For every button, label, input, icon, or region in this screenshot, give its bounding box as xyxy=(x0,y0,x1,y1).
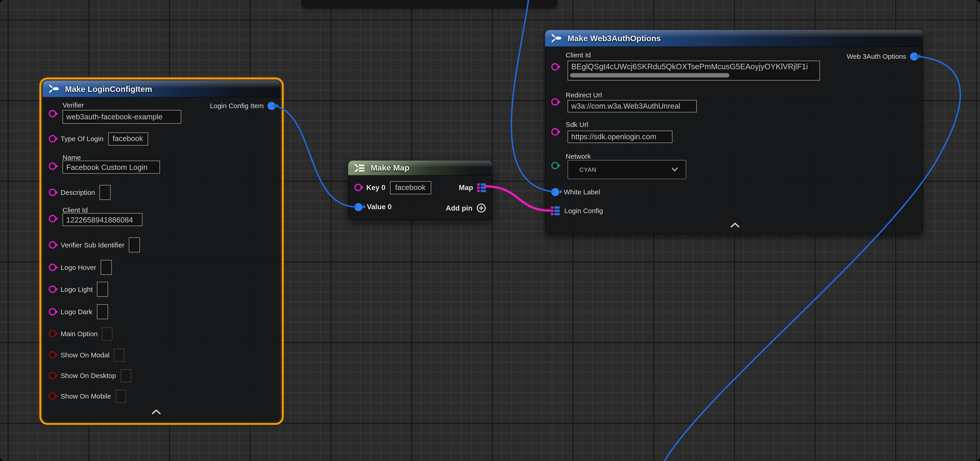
checkbox-main-option[interactable] xyxy=(102,327,113,340)
field-label-verifier-sub-identifier: Verifier Sub Identifier xyxy=(60,241,124,249)
node-header-make-map[interactable]: Make Map xyxy=(348,161,493,176)
pin-show-on-desktop[interactable] xyxy=(49,372,56,379)
dropdown-chevron-icon xyxy=(671,167,678,172)
add-pin-label: Add pin xyxy=(446,204,473,212)
row-logo-dark: Logo Dark xyxy=(49,304,108,320)
client-id-text: BEglQSgt4cUWcj6SKRdu5QkOXTsePmMcusG5EAoy… xyxy=(571,62,808,71)
pin-logo-dark[interactable] xyxy=(49,308,56,316)
output-pin-label-map: Map xyxy=(459,184,473,191)
input-client-id[interactable]: BEglQSgt4cUWcj6SKRdu5QkOXTsePmMcusG5EAoy… xyxy=(568,60,820,81)
node-title: Make Map xyxy=(371,163,409,172)
pin-logo-hover[interactable] xyxy=(49,264,56,271)
pin-white-label[interactable] xyxy=(551,188,560,196)
pin-label-value0: Value 0 xyxy=(367,203,391,211)
pin-map-output[interactable] xyxy=(477,183,486,192)
input-client-id[interactable]: 1222658941886084 xyxy=(62,213,143,226)
network-dropdown-value: CYAN xyxy=(579,166,597,173)
input-key0[interactable]: facebook xyxy=(390,181,431,194)
input-logo-hover[interactable] xyxy=(101,260,112,275)
input-verifier[interactable]: web3auth-facebook-example xyxy=(62,110,181,124)
input-logo-light[interactable] xyxy=(97,282,108,297)
row-show-on-modal: Show On Modal xyxy=(49,347,124,362)
pin-name[interactable] xyxy=(49,162,56,170)
output-row-web3auth-options: Web 3Auth Options xyxy=(847,49,918,64)
pin-label-login-config: Login Config xyxy=(564,207,603,214)
collapse-chevron-icon[interactable] xyxy=(151,409,161,414)
pin-logo-light[interactable] xyxy=(49,286,56,293)
make-map-icon xyxy=(354,163,366,172)
node-make-web3authoptions[interactable]: Make Web3AuthOptions Web 3Auth Options C… xyxy=(545,30,923,234)
input-redirect-url[interactable]: w3a://com.w3a.Web3AuthUnreal xyxy=(568,100,697,113)
pin-client-id[interactable] xyxy=(49,215,56,223)
field-label-verifier: Verifier xyxy=(62,101,84,109)
node-make-map[interactable]: Make Map Key 0 facebook Map Value 0 Add … xyxy=(348,161,493,220)
pin-verifier[interactable] xyxy=(49,110,56,118)
make-struct-icon xyxy=(550,34,563,43)
input-logo-dark[interactable] xyxy=(97,304,108,320)
field-label-network: Network xyxy=(566,153,591,160)
pin-show-on-mobile[interactable] xyxy=(49,393,56,400)
checkbox-show-on-desktop[interactable] xyxy=(120,369,131,382)
pin-label-key0: Key 0 xyxy=(366,184,385,191)
row-type-of-login: Type Of Login facebook xyxy=(49,131,148,146)
input-description[interactable] xyxy=(99,185,110,200)
output-pin-label: Login Config Item xyxy=(210,102,264,109)
pin-login-config-map[interactable] xyxy=(550,206,560,215)
field-label-sdk-url: Sdk Url xyxy=(566,121,589,128)
row-white-label: White Label xyxy=(551,184,600,199)
field-label-logo-light: Logo Light xyxy=(60,286,93,293)
pin-description[interactable] xyxy=(49,189,56,196)
output-row-login-config-item: Login Config Item xyxy=(210,98,275,113)
pin-key0[interactable] xyxy=(354,184,362,191)
make-struct-icon xyxy=(48,84,60,93)
input-type-of-login[interactable]: facebook xyxy=(108,132,148,145)
wire-loginconfigitem-to-value0 xyxy=(272,106,356,207)
field-label-type-of-login: Type Of Login xyxy=(60,135,103,143)
checkbox-show-on-mobile[interactable] xyxy=(116,389,126,402)
pin-redirect-url[interactable] xyxy=(551,98,559,106)
pin-network[interactable] xyxy=(551,162,559,169)
pin-value0[interactable] xyxy=(354,203,363,211)
network-dropdown[interactable]: CYAN xyxy=(568,160,686,179)
row-show-on-mobile: Show On Mobile xyxy=(49,388,126,404)
pin-type-of-login[interactable] xyxy=(49,135,56,143)
output-pin-label: Web 3Auth Options xyxy=(847,52,906,60)
pin-client-id[interactable] xyxy=(551,63,559,71)
pin-web3auth-options-output[interactable] xyxy=(910,52,918,60)
field-horizontal-scrollbar[interactable] xyxy=(570,73,730,78)
checkbox-show-on-modal[interactable] xyxy=(114,348,124,361)
node-header-make-loginconfigitem[interactable]: Make LoginConfigItem xyxy=(43,81,281,97)
row-key0: Key 0 facebook xyxy=(354,180,431,195)
field-label-description: Description xyxy=(60,189,95,196)
node-header-make-web3authoptions[interactable]: Make Web3AuthOptions xyxy=(545,30,923,47)
collapse-chevron-icon[interactable] xyxy=(730,223,740,227)
output-row-map: Map xyxy=(459,180,486,195)
field-label-main-option: Main Option xyxy=(60,330,98,337)
pin-main-option[interactable] xyxy=(49,330,56,337)
row-verifier-sub-identifier: Verifier Sub Identifier xyxy=(49,237,140,253)
pin-label-white-label: White Label xyxy=(564,188,600,196)
offscreen-node-edge[interactable] xyxy=(301,0,557,8)
field-label-redirect-url: Redirect Url xyxy=(566,91,602,99)
add-pin-control[interactable]: Add pin xyxy=(446,200,486,216)
add-pin-plus-icon[interactable] xyxy=(476,203,486,213)
pin-login-config-item-output[interactable] xyxy=(267,102,276,110)
row-description: Description xyxy=(49,184,111,200)
pin-show-on-modal[interactable] xyxy=(49,351,56,359)
row-main-option: Main Option xyxy=(49,326,113,341)
row-value0: Value 0 xyxy=(354,199,391,215)
blueprint-graph-canvas[interactable]: Make LoginConfigItem Login Config Item V… xyxy=(0,0,980,461)
pin-verifier-sub-identifier[interactable] xyxy=(49,241,56,249)
node-title: Make LoginConfigItem xyxy=(65,84,152,93)
row-logo-light: Logo Light xyxy=(49,281,108,297)
input-verifier-sub-identifier[interactable] xyxy=(129,237,140,253)
field-label-client-id: Client Id xyxy=(62,206,88,214)
input-sdk-url[interactable]: https://sdk.openlogin.com xyxy=(568,130,673,143)
field-label-logo-hover: Logo Hover xyxy=(60,264,96,271)
input-name[interactable]: Facebook Custom Login xyxy=(62,161,160,173)
pin-sdk-url[interactable] xyxy=(551,128,559,136)
field-label-show-on-desktop: Show On Desktop xyxy=(60,372,116,379)
node-make-loginconfigitem[interactable]: Make LoginConfigItem Login Config Item V… xyxy=(43,81,281,422)
field-label-client-id: Client Id xyxy=(566,51,591,59)
field-label-show-on-mobile: Show On Mobile xyxy=(60,393,111,400)
